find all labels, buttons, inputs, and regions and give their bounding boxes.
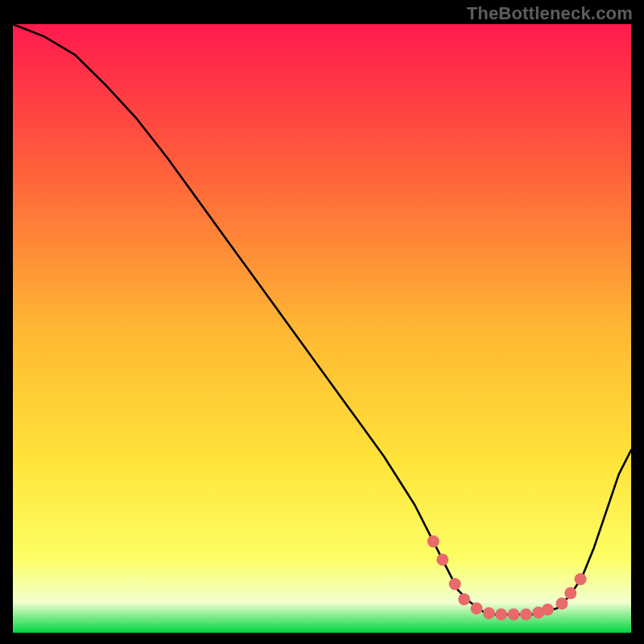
chart-frame: TheBottleneck.com <box>0 0 644 644</box>
marker-dot <box>449 578 461 590</box>
marker-dot <box>471 602 483 614</box>
marker-dot <box>427 535 440 547</box>
marker-dot <box>542 604 554 616</box>
marker-dot <box>483 607 495 619</box>
bottleneck-chart <box>13 24 631 633</box>
gradient-background <box>13 24 631 633</box>
marker-dot <box>458 593 470 605</box>
marker-dot <box>508 609 520 621</box>
plot-area <box>13 24 631 633</box>
marker-dot <box>564 587 576 599</box>
marker-dot <box>555 597 568 609</box>
marker-dot <box>520 609 532 621</box>
watermark-text: TheBottleneck.com <box>467 3 633 24</box>
marker-dot <box>436 554 448 566</box>
marker-dot <box>495 609 507 621</box>
marker-dot <box>575 573 587 585</box>
